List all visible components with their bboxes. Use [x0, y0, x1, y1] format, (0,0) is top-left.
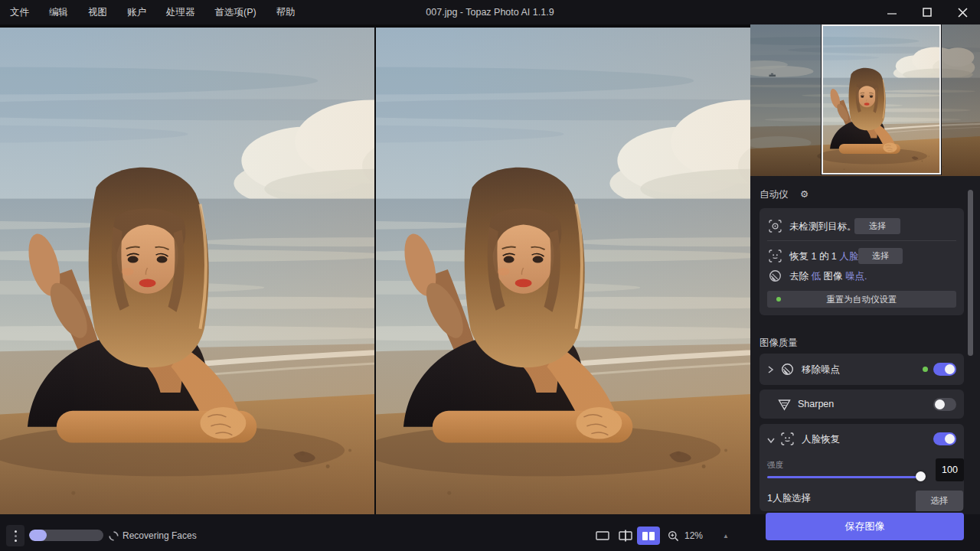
kebab-dot [15, 540, 17, 542]
navigator-viewport-box[interactable] [822, 24, 941, 174]
face-select-button[interactable]: 选择 [858, 248, 903, 264]
side-by-side-view-icon [642, 532, 655, 540]
image-canvas [0, 24, 750, 514]
window-controls [874, 0, 980, 24]
panel-scrollbar[interactable] [968, 190, 973, 356]
navigator-dim-left [750, 24, 822, 176]
face-recovery-toggle[interactable] [933, 432, 956, 445]
noise-text-1: 去除 [789, 271, 811, 282]
menubar: 文件 编辑 视图 账户 处理器 首选项(P) 帮助 [0, 0, 305, 24]
menu-account[interactable]: 账户 [117, 0, 156, 24]
subject-target-icon [769, 220, 782, 233]
zoom-control[interactable]: 12% ▲ [668, 527, 729, 545]
chevron-down-icon[interactable] [766, 436, 776, 444]
strength-label: 强度 [767, 460, 783, 471]
reset-autopilot-button[interactable]: 重置为自动仪设置 [767, 291, 956, 308]
zoom-value: 12% [684, 530, 703, 541]
autopilot-card: 未检测到目标。 选择 恢复 1 的 1 人脸. 选择 去除 低 图像 噪点. [760, 208, 964, 315]
close-icon [958, 8, 968, 18]
menu-view[interactable]: 视图 [78, 0, 117, 24]
slider-track [767, 476, 922, 478]
face-recovery-card[interactable]: 人脸恢复 强度 100 1人脸选择 选择 [760, 424, 964, 511]
remove-noise-toggle[interactable] [933, 363, 956, 376]
progress-fill [29, 530, 47, 541]
navigator-thumbnail[interactable] [750, 24, 980, 176]
toggle-knob [945, 364, 955, 374]
remove-noise-label: 移除噪点 [802, 364, 840, 377]
faces-select-button[interactable]: 选择 [916, 491, 963, 511]
kebab-dot [15, 535, 17, 537]
view-split-button[interactable] [614, 527, 637, 545]
remove-noise-icon [781, 363, 794, 376]
autopilot-face-text: 恢复 1 的 1 人脸. [789, 250, 861, 263]
face-detect-icon [769, 249, 782, 262]
progress-bar [29, 530, 103, 541]
noise-strength-link[interactable]: 低 [811, 271, 821, 282]
split-view-icon [619, 530, 632, 542]
face-recovery-label: 人脸恢复 [802, 433, 840, 446]
processing-menu-button[interactable] [6, 525, 24, 546]
strength-slider[interactable] [767, 471, 926, 482]
maximize-button[interactable] [910, 0, 945, 24]
remove-noise-status-dot [923, 367, 928, 372]
strength-value-box[interactable]: 100 [936, 458, 964, 481]
image-quality-header: 图像质量 [760, 337, 798, 350]
sharpen-toggle[interactable] [933, 398, 956, 411]
minimize-button[interactable] [874, 0, 910, 24]
remove-noise-card[interactable]: 移除噪点 [760, 354, 964, 385]
after-photo [376, 28, 750, 514]
toggle-knob [945, 434, 955, 444]
subject-select-button[interactable]: 选择 [854, 218, 900, 234]
settings-panel: 自动仪 ⚙ 未检测到目标。 选择 恢复 1 的 1 人脸. 选择 [750, 24, 980, 514]
navigator-dim-right [941, 24, 980, 176]
reset-button-label: 重置为自动仪设置 [827, 295, 897, 304]
noise-icon [769, 269, 782, 282]
single-view-icon [596, 531, 609, 540]
autopilot-subject-text: 未检测到目标。 [789, 220, 857, 233]
reset-status-dot [776, 297, 781, 302]
autopilot-settings-gear-icon[interactable]: ⚙ [800, 189, 808, 200]
status-text: Recovering Faces [122, 530, 197, 541]
view-single-button[interactable] [591, 527, 614, 545]
minimize-icon [887, 8, 897, 17]
sharpen-card[interactable]: Sharpen [760, 390, 964, 419]
close-button[interactable] [945, 0, 980, 24]
menu-edit[interactable]: 编辑 [39, 0, 78, 24]
face-count-link[interactable]: 人脸 [839, 251, 858, 262]
maximize-icon [923, 8, 932, 17]
titlebar: 文件 编辑 视图 账户 处理器 首选项(P) 帮助 007.jpg - Topa… [0, 0, 980, 24]
before-photo [0, 28, 374, 514]
zoom-dropdown-caret-icon[interactable]: ▲ [723, 533, 729, 540]
autopilot-divider [767, 240, 956, 241]
view-side-by-side-button[interactable] [637, 527, 660, 545]
autopilot-header-label: 自动仪 [760, 189, 789, 200]
app-window: 文件 编辑 视图 账户 处理器 首选项(P) 帮助 007.jpg - Topa… [0, 0, 980, 551]
menu-preferences[interactable]: 首选项(P) [205, 0, 266, 24]
save-image-button[interactable]: 保存图像 [766, 513, 964, 540]
face-text-prefix: 恢复 1 的 1 [789, 251, 839, 262]
sharpen-label: Sharpen [798, 399, 834, 409]
autopilot-noise-text: 去除 低 图像 噪点. [789, 270, 867, 283]
status-bar: Recovering Faces 12% ▲ [0, 514, 750, 551]
autopilot-header: 自动仪 ⚙ [760, 188, 808, 201]
noise-text-2: 图像 [821, 271, 845, 282]
spinner-icon [109, 531, 119, 541]
chevron-right-icon[interactable] [766, 365, 774, 374]
sharpen-icon [778, 398, 791, 411]
before-image-pane[interactable] [0, 28, 374, 514]
noise-type-link[interactable]: 噪点. [845, 271, 867, 282]
zoom-magnifier-icon [668, 530, 679, 542]
toggle-knob [935, 399, 945, 409]
kebab-dot [15, 530, 17, 533]
face-recovery-icon [781, 432, 794, 445]
after-image-pane[interactable] [376, 28, 750, 514]
menu-file[interactable]: 文件 [0, 0, 39, 24]
menu-processor[interactable]: 处理器 [156, 0, 205, 24]
faces-selected-label: 1人脸选择 [767, 492, 811, 505]
slider-knob[interactable] [916, 471, 926, 481]
menu-help[interactable]: 帮助 [266, 0, 305, 24]
